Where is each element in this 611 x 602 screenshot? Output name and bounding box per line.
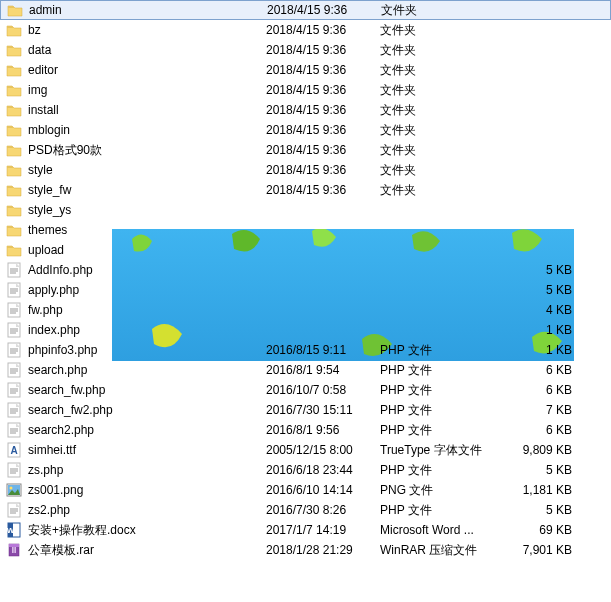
svg-rect-16 (8, 343, 20, 357)
svg-rect-38 (8, 463, 20, 477)
file-type: Microsoft Word ... (380, 523, 510, 537)
folder-icon (6, 162, 22, 178)
file-size: 6 KB (510, 383, 584, 397)
file-row[interactable]: search_fw2.php2016/7/30 15:11PHP 文件7 KB (0, 400, 611, 420)
file-name: search_fw2.php (28, 403, 266, 417)
file-row[interactable]: phpinfo3.php2016/8/15 9:11PHP 文件1 KB (0, 340, 611, 360)
svg-rect-0 (8, 263, 20, 277)
file-date: 2016/10/7 0:58 (266, 383, 380, 397)
php-icon (6, 262, 22, 278)
file-row[interactable]: AddInfo.php5 KB (0, 260, 611, 280)
svg-point-44 (10, 487, 13, 490)
file-row[interactable]: install2018/4/15 9:36文件夹 (0, 100, 611, 120)
file-name: simhei.ttf (28, 443, 266, 457)
file-size: 5 KB (510, 263, 584, 277)
png-icon (6, 482, 22, 498)
file-row[interactable]: search2.php2016/8/1 9:56PHP 文件6 KB (0, 420, 611, 440)
file-date: 2018/4/15 9:36 (266, 63, 380, 77)
file-size: 7 KB (510, 403, 584, 417)
file-row[interactable]: admin2018/4/15 9:36文件夹 (0, 0, 611, 20)
file-date: 2017/1/7 14:19 (266, 523, 380, 537)
svg-rect-24 (8, 383, 20, 397)
file-date: 2018/4/15 9:36 (266, 103, 380, 117)
file-type: 文件夹 (381, 2, 511, 19)
file-size: 1,181 KB (510, 483, 584, 497)
file-name: search2.php (28, 423, 266, 437)
file-size: 4 KB (510, 303, 584, 317)
file-row[interactable]: editor2018/4/15 9:36文件夹 (0, 60, 611, 80)
file-name: zs001.png (28, 483, 266, 497)
file-row[interactable]: data2018/4/15 9:36文件夹 (0, 40, 611, 60)
file-row[interactable]: zs001.png2016/6/10 14:14PNG 文件1,181 KB (0, 480, 611, 500)
file-row[interactable]: apply.php5 KB (0, 280, 611, 300)
php-icon (6, 382, 22, 398)
file-row[interactable]: 公章模板.rar2018/1/28 21:29WinRAR 压缩文件7,901 … (0, 540, 611, 560)
file-date: 2018/4/15 9:36 (266, 143, 380, 157)
file-row[interactable]: fw.php4 KB (0, 300, 611, 320)
file-date: 2016/6/18 23:44 (266, 463, 380, 477)
file-name: style_ys (28, 203, 266, 217)
file-row[interactable]: zs.php2016/6/18 23:44PHP 文件5 KB (0, 460, 611, 480)
file-row[interactable]: mblogin2018/4/15 9:36文件夹 (0, 120, 611, 140)
file-row[interactable]: W安装+操作教程.docx2017/1/7 14:19Microsoft Wor… (0, 520, 611, 540)
file-date: 2016/8/1 9:54 (266, 363, 380, 377)
file-type: PHP 文件 (380, 362, 510, 379)
file-type: TrueType 字体文件 (380, 442, 510, 459)
file-size: 6 KB (510, 363, 584, 377)
file-row[interactable]: Asimhei.ttf2005/12/15 8:00TrueType 字体文件9… (0, 440, 611, 460)
file-row[interactable]: style2018/4/15 9:36文件夹 (0, 160, 611, 180)
file-size: 9,809 KB (510, 443, 584, 457)
file-date: 2016/8/1 9:56 (266, 423, 380, 437)
svg-rect-4 (8, 283, 20, 297)
file-row[interactable]: index.php1 KB (0, 320, 611, 340)
file-type: PHP 文件 (380, 402, 510, 419)
php-icon (6, 342, 22, 358)
svg-rect-8 (8, 303, 20, 317)
file-date: 2018/1/28 21:29 (266, 543, 380, 557)
folder-icon (6, 22, 22, 38)
file-row[interactable]: themes (0, 220, 611, 240)
file-date: 2018/4/15 9:36 (266, 23, 380, 37)
file-row[interactable]: style_ys (0, 200, 611, 220)
file-row[interactable]: style_fw2018/4/15 9:36文件夹 (0, 180, 611, 200)
file-type: 文件夹 (380, 142, 510, 159)
file-date: 2016/7/30 8:26 (266, 503, 380, 517)
file-name: img (28, 83, 266, 97)
rar-icon (6, 542, 22, 558)
file-name: fw.php (28, 303, 266, 317)
file-name: upload (28, 243, 266, 257)
file-size: 5 KB (510, 283, 584, 297)
svg-text:W: W (7, 526, 15, 535)
folder-icon (7, 2, 23, 18)
file-row[interactable]: search_fw.php2016/10/7 0:58PHP 文件6 KB (0, 380, 611, 400)
file-type: 文件夹 (380, 102, 510, 119)
file-type: 文件夹 (380, 122, 510, 139)
file-type: 文件夹 (380, 82, 510, 99)
folder-icon (6, 122, 22, 138)
file-size: 5 KB (510, 463, 584, 477)
file-name: zs.php (28, 463, 266, 477)
php-icon (6, 302, 22, 318)
php-icon (6, 462, 22, 478)
file-type: PHP 文件 (380, 502, 510, 519)
font-icon: A (6, 442, 22, 458)
file-list[interactable]: admin2018/4/15 9:36文件夹bz2018/4/15 9:36文件… (0, 0, 611, 560)
file-name: PSD格式90款 (28, 142, 266, 159)
php-icon (6, 422, 22, 438)
docx-icon: W (6, 522, 22, 538)
file-row[interactable]: bz2018/4/15 9:36文件夹 (0, 20, 611, 40)
file-name: zs2.php (28, 503, 266, 517)
file-name: search_fw.php (28, 383, 266, 397)
file-row[interactable]: zs2.php2016/7/30 8:26PHP 文件5 KB (0, 500, 611, 520)
svg-rect-32 (8, 423, 20, 437)
file-row[interactable]: upload (0, 240, 611, 260)
folder-icon (6, 242, 22, 258)
file-row[interactable]: PSD格式90款2018/4/15 9:36文件夹 (0, 140, 611, 160)
file-name: style (28, 163, 266, 177)
file-name: index.php (28, 323, 266, 337)
file-row[interactable]: search.php2016/8/1 9:54PHP 文件6 KB (0, 360, 611, 380)
file-name: AddInfo.php (28, 263, 266, 277)
file-type: PHP 文件 (380, 462, 510, 479)
file-type: 文件夹 (380, 22, 510, 39)
file-row[interactable]: img2018/4/15 9:36文件夹 (0, 80, 611, 100)
